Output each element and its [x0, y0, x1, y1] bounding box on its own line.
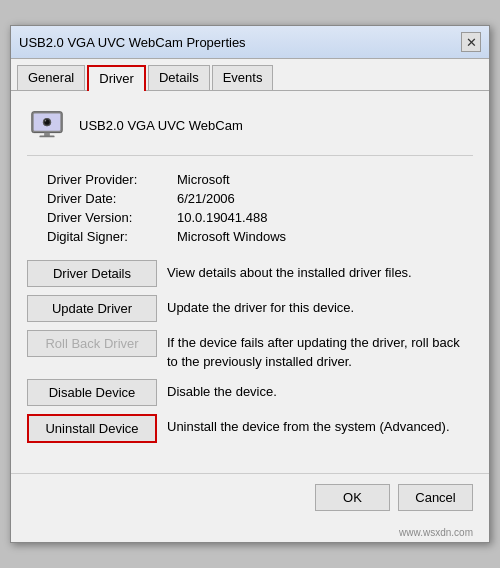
- webcam-icon: [28, 106, 66, 144]
- properties-window: USB2.0 VGA UVC WebCam Properties ✕ Gener…: [10, 25, 490, 542]
- driver-details-description: View details about the installed driver …: [167, 260, 473, 282]
- uninstall-device-description: Uninstall the device from the system (Ad…: [167, 414, 473, 436]
- tab-general[interactable]: General: [17, 65, 85, 90]
- close-icon: ✕: [466, 35, 477, 50]
- watermark: www.wsxdn.com: [11, 525, 489, 542]
- device-name: USB2.0 VGA UVC WebCam: [79, 118, 243, 133]
- cancel-button[interactable]: Cancel: [398, 484, 473, 511]
- update-driver-button[interactable]: Update Driver: [27, 295, 157, 322]
- btn-row-update-driver: Update Driver Update the driver for this…: [27, 295, 473, 322]
- driver-info-table: Driver Provider: Microsoft Driver Date: …: [47, 172, 473, 244]
- btn-row-disable-device: Disable Device Disable the device.: [27, 379, 473, 406]
- tab-content: USB2.0 VGA UVC WebCam Driver Provider: M…: [11, 91, 489, 464]
- uninstall-device-button[interactable]: Uninstall Device: [27, 414, 157, 443]
- tab-details[interactable]: Details: [148, 65, 210, 90]
- info-row-date: Driver Date: 6/21/2006: [47, 191, 473, 206]
- ok-button[interactable]: OK: [315, 484, 390, 511]
- info-row-signer: Digital Signer: Microsoft Windows: [47, 229, 473, 244]
- footer: OK Cancel: [11, 473, 489, 525]
- tab-events[interactable]: Events: [212, 65, 274, 90]
- window-title: USB2.0 VGA UVC WebCam Properties: [19, 35, 246, 50]
- btn-row-rollback-driver: Roll Back Driver If the device fails aft…: [27, 330, 473, 370]
- action-buttons: Driver Details View details about the in…: [27, 260, 473, 442]
- info-row-provider: Driver Provider: Microsoft: [47, 172, 473, 187]
- tab-driver[interactable]: Driver: [87, 65, 146, 91]
- rollback-driver-button: Roll Back Driver: [27, 330, 157, 357]
- device-icon: [27, 105, 67, 145]
- svg-rect-6: [39, 136, 54, 138]
- driver-details-button[interactable]: Driver Details: [27, 260, 157, 287]
- info-row-version: Driver Version: 10.0.19041.488: [47, 210, 473, 225]
- btn-row-uninstall-device: Uninstall Device Uninstall the device fr…: [27, 414, 473, 443]
- close-button[interactable]: ✕: [461, 32, 481, 52]
- btn-row-driver-details: Driver Details View details about the in…: [27, 260, 473, 287]
- svg-point-4: [45, 120, 46, 121]
- title-bar: USB2.0 VGA UVC WebCam Properties ✕: [11, 26, 489, 59]
- rollback-driver-description: If the device fails after updating the d…: [167, 330, 473, 370]
- disable-device-button[interactable]: Disable Device: [27, 379, 157, 406]
- tab-bar: General Driver Details Events: [11, 59, 489, 91]
- disable-device-description: Disable the device.: [167, 379, 473, 401]
- update-driver-description: Update the driver for this device.: [167, 295, 473, 317]
- device-header: USB2.0 VGA UVC WebCam: [27, 105, 473, 156]
